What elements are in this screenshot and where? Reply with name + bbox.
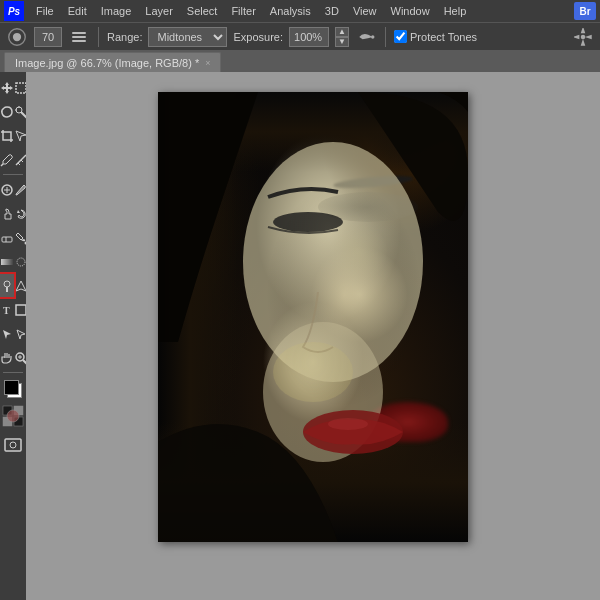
screen-mode-button[interactable] <box>2 434 24 458</box>
move-tool[interactable] <box>0 76 14 99</box>
svg-point-1 <box>13 32 21 40</box>
brush-options-icon[interactable] <box>68 26 90 48</box>
svg-rect-27 <box>16 305 26 315</box>
tab-close-button[interactable]: × <box>205 58 210 68</box>
tool-row-8 <box>0 250 26 273</box>
app-logo: Ps <box>4 1 24 21</box>
brush-preset-picker[interactable] <box>6 26 28 48</box>
hand-tool[interactable] <box>0 346 14 369</box>
svg-rect-45 <box>158 92 468 542</box>
menu-3d[interactable]: 3D <box>319 3 345 19</box>
tool-sep-2 <box>3 372 23 373</box>
svg-rect-7 <box>16 83 26 93</box>
svg-rect-3 <box>72 36 86 38</box>
brush-tool[interactable] <box>14 178 26 201</box>
exposure-up[interactable]: ▲ <box>335 27 349 37</box>
menu-filter[interactable]: Filter <box>225 3 261 19</box>
svg-line-14 <box>18 163 20 165</box>
tool-row-2 <box>0 100 26 123</box>
svg-point-38 <box>10 442 16 448</box>
exposure-label: Exposure: <box>233 31 283 43</box>
gradient-tool[interactable] <box>0 250 14 273</box>
menu-window[interactable]: Window <box>385 3 436 19</box>
divider-2 <box>385 27 386 47</box>
svg-point-23 <box>17 258 25 266</box>
path-select-tool[interactable] <box>0 322 14 345</box>
quick-mask-button[interactable] <box>2 405 24 427</box>
settings-icon[interactable] <box>572 26 594 48</box>
lasso-tool[interactable] <box>0 100 14 123</box>
marquee-rect-tool[interactable] <box>14 76 26 99</box>
divider-1 <box>98 27 99 47</box>
svg-point-6 <box>581 34 586 39</box>
svg-rect-37 <box>5 439 21 451</box>
menu-edit[interactable]: Edit <box>62 3 93 19</box>
main-area: T <box>0 72 600 600</box>
menu-help[interactable]: Help <box>438 3 473 19</box>
image-canvas <box>158 92 468 542</box>
range-dropdown[interactable]: Midtones Highlights Shadows <box>148 27 227 47</box>
tool-row-1 <box>0 76 26 99</box>
svg-rect-22 <box>1 259 13 265</box>
menu-analysis[interactable]: Analysis <box>264 3 317 19</box>
tool-row-4 <box>0 148 26 171</box>
fill-tool[interactable] <box>14 226 26 249</box>
range-label: Range: <box>107 31 142 43</box>
protect-tones-label[interactable]: Protect Tones <box>394 30 477 43</box>
ruler-tool[interactable] <box>14 148 26 171</box>
tab-title: Image.jpg @ 66.7% (Image, RGB/8) * <box>15 57 199 69</box>
tab-bar: Image.jpg @ 66.7% (Image, RGB/8) * × <box>0 50 600 72</box>
magic-wand-tool[interactable] <box>14 100 26 123</box>
menu-select[interactable]: Select <box>181 3 224 19</box>
direct-select-tool[interactable] <box>14 322 26 345</box>
menu-image[interactable]: Image <box>95 3 138 19</box>
color-swatches[interactable] <box>2 378 24 400</box>
eyedropper-tool[interactable] <box>0 148 14 171</box>
menu-layer[interactable]: Layer <box>139 3 179 19</box>
clone-stamp-tool[interactable] <box>0 202 14 225</box>
svg-text:T: T <box>3 305 10 316</box>
exposure-down[interactable]: ▼ <box>335 37 349 47</box>
blur-tool[interactable] <box>14 250 26 273</box>
bridge-button[interactable]: Br <box>574 2 596 20</box>
history-brush-tool[interactable] <box>14 202 26 225</box>
eraser-tool[interactable] <box>0 226 14 249</box>
slice-tool[interactable] <box>14 124 26 147</box>
svg-point-36 <box>7 410 19 422</box>
zoom-tool[interactable] <box>14 346 26 369</box>
menu-bar: Ps File Edit Image Layer Select Filter A… <box>0 0 600 22</box>
shape-tool[interactable] <box>14 298 26 321</box>
svg-line-29 <box>23 360 26 364</box>
exposure-input[interactable] <box>289 27 329 47</box>
toolbox: T <box>0 72 26 600</box>
tool-row-10: T <box>0 298 26 321</box>
svg-point-21 <box>25 241 27 244</box>
dodge-tool[interactable] <box>0 274 14 297</box>
tool-row-11 <box>0 322 26 345</box>
tool-row-6 <box>0 202 26 225</box>
canvas-area[interactable] <box>26 72 600 600</box>
foreground-color-swatch[interactable] <box>4 380 19 395</box>
menu-view[interactable]: View <box>347 3 383 19</box>
svg-point-24 <box>4 281 10 287</box>
tool-sep-1 <box>3 174 23 175</box>
brush-size-display: 70 <box>34 27 62 47</box>
text-tool[interactable]: T <box>0 298 14 321</box>
airbrush-icon[interactable] <box>355 26 377 48</box>
pen-tool[interactable] <box>14 274 26 297</box>
menu-file[interactable]: File <box>30 3 60 19</box>
face-svg <box>158 92 468 542</box>
protect-tones-checkbox[interactable] <box>394 30 407 43</box>
spot-heal-tool[interactable] <box>0 178 14 201</box>
tool-row-7 <box>0 226 26 249</box>
svg-point-5 <box>371 35 374 38</box>
svg-line-8 <box>21 112 26 118</box>
tool-row-3 <box>0 124 26 147</box>
options-bar: 70 Range: Midtones Highlights Shadows Ex… <box>0 22 600 50</box>
svg-rect-19 <box>2 237 12 242</box>
image-tab[interactable]: Image.jpg @ 66.7% (Image, RGB/8) * × <box>4 52 221 72</box>
svg-line-15 <box>21 160 23 162</box>
svg-rect-2 <box>72 32 86 34</box>
tool-row-9 <box>0 274 26 297</box>
crop-tool[interactable] <box>0 124 14 147</box>
